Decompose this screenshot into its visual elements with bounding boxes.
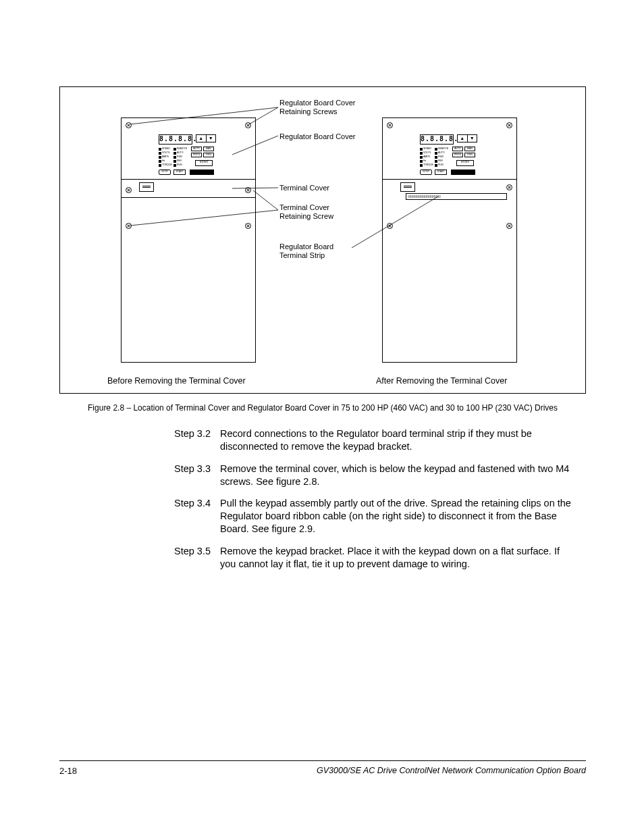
screw-icon	[126, 122, 132, 128]
drive-panel-before: 8.8.8.8. ▲▼ SPEED VOLTS AMPS Hz TORQUE R…	[121, 118, 256, 363]
label-terminal-strip: Regulator BoardTerminal Strip	[279, 242, 333, 260]
keypad-after: 8.8.8.8. ▲▼ SPEED VOLTS AMPS Hz TORQUE R…	[420, 134, 481, 175]
screw-icon	[245, 187, 251, 193]
step-3-5: Step 3.5 Remove the keypad bracket. Plac…	[174, 545, 576, 571]
steps-list: Step 3.2 Record connections to the Regul…	[174, 427, 576, 571]
figure-frame: 8.8.8.8. ▲▼ SPEED VOLTS AMPS Hz TORQUE R…	[59, 86, 586, 394]
step-3-3: Step 3.3 Remove the terminal cover, whic…	[174, 463, 576, 488]
terminal-cover-window	[139, 182, 154, 192]
page-number: 2-18	[59, 766, 77, 776]
regulator-terminal-strip: ▯▯▯▯▯▯▯▯▯▯▯▯▯▯▯▯▯▯▯▯▯▯▯▯▯▯▯▯▯▯▯▯	[406, 193, 507, 200]
footer-title: GV3000/SE AC Drive ControlNet Network Co…	[317, 766, 586, 775]
footer-rule	[59, 760, 586, 761]
screw-icon	[506, 223, 512, 229]
terminal-window-after	[400, 182, 415, 192]
label-board-cover: Regulator Board Cover	[279, 132, 356, 141]
lcd-display: 8.8.8.8.	[159, 134, 192, 145]
screw-icon	[126, 223, 132, 229]
figure-caption: Figure 2.8 – Location of Terminal Cover …	[59, 403, 586, 413]
lcd-display: 8.8.8.8.	[420, 134, 454, 145]
subcaption-after: After Removing the Terminal Cover	[376, 376, 507, 386]
label-terminal-cover: Terminal Cover	[279, 184, 329, 192]
screw-icon	[506, 122, 512, 128]
screw-icon	[126, 187, 132, 193]
screw-icon	[245, 223, 251, 229]
svg-line-4	[253, 190, 278, 210]
arrow-buttons: ▲▼	[196, 134, 216, 142]
step-3-2: Step 3.2 Record connections to the Regul…	[174, 427, 576, 453]
screw-icon	[506, 184, 512, 190]
subcaption-before: Before Removing the Terminal Cover	[107, 376, 246, 386]
drive-panel-after: ▯▯▯▯▯▯▯▯▯▯▯▯▯▯▯▯▯▯▯▯▯▯▯▯▯▯▯▯▯▯▯▯ 8.8.8.8…	[382, 118, 517, 363]
keypad-before: 8.8.8.8. ▲▼ SPEED VOLTS AMPS Hz TORQUE R…	[159, 134, 219, 175]
step-3-4: Step 3.4 Pull the keypad assembly partly…	[174, 497, 576, 536]
label-terminal-screw: Terminal CoverRetaining Screw	[279, 203, 333, 221]
screw-icon	[387, 223, 393, 229]
screw-icon	[245, 122, 251, 128]
label-retaining-screws: Regulator Board CoverRetaining Screws	[279, 99, 356, 116]
screw-icon	[387, 122, 393, 128]
arrow-buttons: ▲▼	[457, 134, 477, 142]
